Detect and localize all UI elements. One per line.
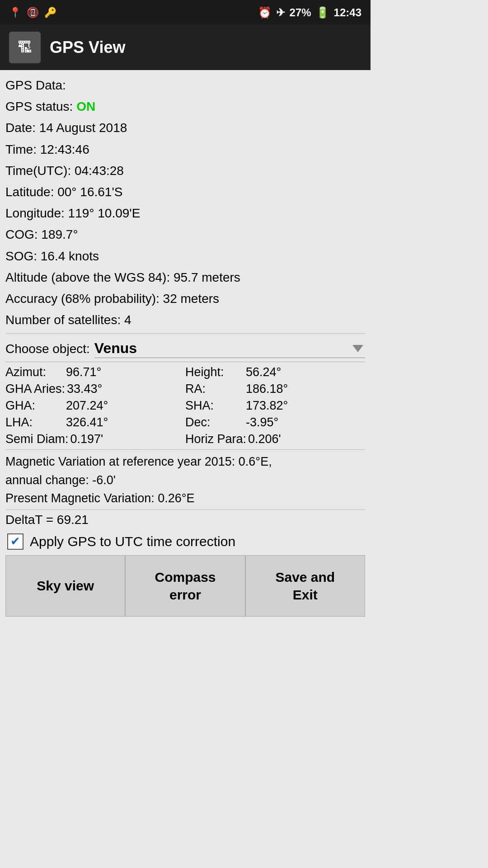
latitude-row: Latitude: 00° 16.61'S: [5, 181, 365, 203]
choose-object-select[interactable]: Venus: [94, 340, 365, 358]
time-value: 12:43:46: [40, 142, 89, 156]
time-utc-value: 04:43:28: [75, 164, 124, 178]
checkbox-label: Apply GPS to UTC time correction: [30, 534, 235, 549]
airplane-icon: ✈: [276, 6, 285, 19]
location-icon: 📍: [9, 7, 21, 19]
cog-value: 189.7°: [41, 227, 78, 241]
satellites-value: 4: [124, 313, 131, 327]
altitude-label: Altitude (above the WGS 84):: [5, 270, 170, 284]
delta-t-row: DeltaT = 69.21: [5, 509, 365, 529]
cel-label-semi-diam: Semi Diam:: [5, 432, 69, 446]
mag-variation-block: Magnetic Variation at reference year 201…: [5, 449, 365, 509]
time-utc-label: Time(UTC):: [5, 164, 71, 178]
cel-val-gha-aries: 33.43°: [67, 382, 108, 396]
cel-val-ra: 186.18°: [246, 382, 288, 396]
checkbox-check-icon: ✔: [10, 534, 20, 548]
compass-error-button[interactable]: Compasserror: [125, 555, 245, 617]
cel-label-gha-aries: GHA Aries:: [5, 382, 65, 396]
checkbox-row[interactable]: ✔ Apply GPS to UTC time correction: [5, 529, 365, 554]
time-utc-row: Time(UTC): 04:43:28: [5, 160, 365, 181]
app-icon-glyph: 🏗: [18, 39, 32, 56]
accuracy-row: Accuracy (68% probability): 32 meters: [5, 288, 365, 309]
cel-val-dec: -3.95°: [246, 415, 286, 429]
celestial-data-grid: Azimut: 96.71° Height: 56.24° GHA Aries:…: [5, 364, 365, 448]
app-title: GPS View: [50, 38, 125, 57]
chosen-object-value: Venus: [94, 340, 137, 357]
main-content: GPS Data: GPS status: ON Date: 14 August…: [0, 70, 371, 621]
cel-val-height: 56.24°: [246, 365, 286, 379]
cel-row-2: GHA: 207.24° SHA: 173.82°: [5, 397, 365, 414]
mag-variation-line2: annual change: -6.0': [5, 471, 365, 490]
sog-row: SOG: 16.4 knots: [5, 245, 365, 267]
cel-val-gha: 207.24°: [66, 399, 108, 413]
delta-t-value: DeltaT = 69.21: [5, 513, 89, 527]
latitude-value: 00° 16.61'S: [57, 185, 122, 199]
choose-object-row[interactable]: Choose object: Venus: [5, 336, 365, 362]
app-icon: 🏗: [9, 32, 41, 63]
cel-val-horiz-para: 0.206': [248, 432, 289, 446]
date-value: 14 August 2018: [39, 121, 127, 135]
battery-level: 27%: [290, 6, 311, 19]
cel-label-dec: Dec:: [185, 415, 244, 429]
divider-1: [5, 333, 365, 334]
cog-label: COG:: [5, 227, 38, 241]
date-label: Date:: [5, 121, 36, 135]
altitude-value: 95.7 meters: [174, 270, 240, 284]
choose-object-label: Choose object:: [5, 342, 90, 356]
status-bar: 📍 📵 🔑 ⏰ ✈ 27% 🔋 12:43: [0, 0, 371, 25]
buttons-row: Sky view Compasserror Save andExit: [5, 555, 365, 617]
cel-label-sha: SHA:: [185, 399, 244, 413]
status-icons: 📍 📵 🔑: [9, 7, 56, 19]
cel-label-horiz-para: Horiz Para:: [185, 432, 246, 446]
longitude-label: Longitude:: [5, 206, 65, 220]
alarm-icon: ⏰: [258, 6, 272, 19]
cel-label-azimut: Azimut:: [5, 365, 64, 379]
mag-variation-line1: Magnetic Variation at reference year 201…: [5, 453, 365, 471]
cel-label-ra: RA:: [185, 382, 244, 396]
longitude-row: Longitude: 119° 10.09'E: [5, 203, 365, 224]
longitude-value: 119° 10.09'E: [68, 206, 141, 220]
satellites-row: Number of satellites: 4: [5, 309, 365, 330]
gps-utc-checkbox[interactable]: ✔: [7, 533, 23, 550]
latitude-label: Latitude:: [5, 185, 54, 199]
cog-row: COG: 189.7°: [5, 224, 365, 245]
cel-label-height: Height:: [185, 365, 244, 379]
cel-val-semi-diam: 0.197': [70, 432, 111, 446]
date-row: Date: 14 August 2018: [5, 117, 365, 138]
cel-val-sha: 173.82°: [246, 399, 288, 413]
app-bar: 🏗 GPS View: [0, 25, 371, 70]
accuracy-label: Accuracy (68% probability):: [5, 292, 160, 306]
mag-variation-line3: Present Magnetic Variation: 0.26°E: [5, 489, 365, 508]
sog-label: SOG:: [5, 249, 37, 263]
wifi-off-icon: 📵: [27, 7, 39, 19]
cel-row-3: LHA: 326.41° Dec: -3.95°: [5, 414, 365, 431]
status-right: ⏰ ✈ 27% 🔋 12:43: [258, 6, 361, 19]
altitude-row: Altitude (above the WGS 84): 95.7 meters: [5, 267, 365, 288]
key-icon: 🔑: [44, 7, 56, 19]
dropdown-arrow-icon: [352, 345, 363, 352]
time-row: Time: 12:43:46: [5, 139, 365, 160]
save-and-exit-button[interactable]: Save andExit: [245, 555, 365, 617]
gps-status-label: GPS status:: [5, 99, 73, 113]
time-label: Time:: [5, 142, 37, 156]
clock: 12:43: [334, 6, 361, 19]
sog-value: 16.4 knots: [41, 249, 99, 263]
cel-val-lha: 326.41°: [66, 415, 108, 429]
cel-label-gha: GHA:: [5, 399, 64, 413]
cel-row-4: Semi Diam: 0.197' Horiz Para: 0.206': [5, 431, 365, 448]
gps-status-value: ON: [76, 99, 95, 113]
gps-status-row: GPS status: ON: [5, 96, 365, 117]
cel-row-1: GHA Aries: 33.43° RA: 186.18°: [5, 381, 365, 397]
gps-data-section-label: GPS Data:: [5, 75, 365, 96]
cel-row-0: Azimut: 96.71° Height: 56.24°: [5, 364, 365, 381]
battery-icon: 🔋: [316, 6, 329, 19]
cel-val-azimut: 96.71°: [66, 365, 107, 379]
satellites-label: Number of satellites:: [5, 313, 121, 327]
sky-view-button[interactable]: Sky view: [5, 555, 125, 617]
cel-label-lha: LHA:: [5, 415, 64, 429]
accuracy-value: 32 meters: [163, 292, 220, 306]
